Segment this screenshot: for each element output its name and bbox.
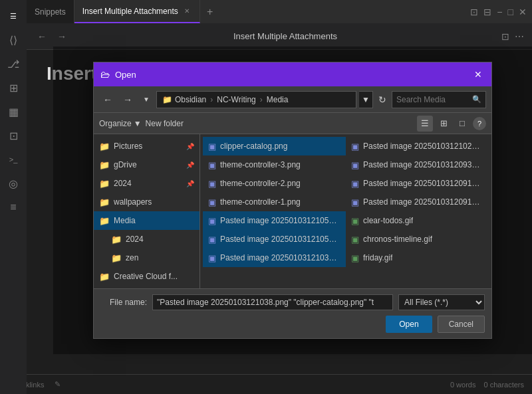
- tree-item-gdrive[interactable]: 📁 gDrive 📌: [94, 155, 200, 174]
- split-icon[interactable]: ⊟: [483, 7, 491, 17]
- organize-button[interactable]: Organize ▼: [99, 116, 142, 132]
- filename-input[interactable]: [152, 294, 393, 310]
- file-item[interactable]: ▣ friday.gif: [346, 248, 489, 267]
- calendar-icon[interactable]: ▦: [3, 101, 24, 122]
- back-forward-icon[interactable]: ⟨⟩: [3, 29, 24, 50]
- tab-close-icon[interactable]: ✕: [182, 7, 192, 16]
- grid-icon[interactable]: ⊞: [3, 77, 24, 98]
- refresh-button[interactable]: ↻: [376, 91, 389, 108]
- footer-buttons: Open Cancel: [100, 316, 485, 333]
- pages-icon[interactable]: ⊡: [3, 125, 24, 146]
- file-item[interactable]: ▣ Pasted image 20250103121059.png: [203, 211, 346, 230]
- header-layout-icon[interactable]: ⊡: [501, 31, 509, 42]
- path-dropdown[interactable]: ▼: [359, 91, 373, 108]
- dialog-title-icon: 🗁: [100, 69, 110, 80]
- view-icons: ☰ ⊞ □ ?: [417, 116, 486, 132]
- pin-icon-pictures: 📌: [186, 143, 194, 150]
- filetype-select[interactable]: All Files (*.*) Image Files PNG Files GI…: [398, 294, 485, 310]
- file-item[interactable]: ▣ clipper-catalog.png: [203, 137, 346, 155]
- dialog-forward-button[interactable]: →: [119, 91, 136, 108]
- tree-item-media[interactable]: 📁 Media: [94, 211, 200, 230]
- dialog-title-text: Open: [115, 70, 466, 80]
- dialog-nav-toolbar: ← → ▼ 📁 Obsidian › NC-Writing › Media ▼ …: [94, 86, 491, 113]
- pin-icon-2024: 📌: [186, 180, 194, 187]
- file-png-icon: ▣: [208, 253, 216, 263]
- path-folder-icon: 📁: [162, 95, 172, 104]
- file-item[interactable]: ▣ Pasted image 20250103121038.png: [203, 248, 346, 267]
- path-part-media: Media: [267, 95, 289, 104]
- dialog-body: 📁 Pictures 📌 📁 gDrive 📌 📁 2024 📌: [94, 134, 491, 288]
- tab-insert-multiple[interactable]: Insert Multiple Attachments ✕: [74, 0, 200, 23]
- maximize-icon[interactable]: □: [508, 7, 513, 17]
- open-button[interactable]: Open: [386, 316, 432, 333]
- file-item[interactable]: ▣ clear-todos.gif: [346, 211, 489, 230]
- file-png-icon: ▣: [351, 142, 359, 151]
- tree-item-2024-top[interactable]: 📁 2024 📌: [94, 174, 200, 193]
- dialog-overlay: 🗁 Open ✕ ← → ▼ 📁 Obsidian › NC-Writing ›…: [53, 47, 532, 354]
- file-png-icon: ▣: [208, 235, 216, 245]
- file-item[interactable]: ▣ Pasted image 20250103120918.png: [346, 174, 489, 193]
- path-bar: 📁 Obsidian › NC-Writing › Media: [156, 91, 356, 108]
- new-folder-button[interactable]: New folder: [146, 116, 184, 132]
- file-item[interactable]: ▣ Pasted image 20250103121052.png: [203, 230, 346, 248]
- file-item[interactable]: ▣ theme-controller-3.png: [203, 155, 346, 174]
- word-count: 0 words: [450, 381, 476, 389]
- file-gif-icon: ▣: [351, 216, 359, 226]
- tabbar-right-controls: ⊡ ⊟ − □ ✕: [470, 7, 532, 17]
- file-item[interactable]: ▣ theme-controller-2.png: [203, 174, 346, 193]
- tree-item-wallpapers[interactable]: 📁 wallpapers: [94, 193, 200, 211]
- dialog-back-button[interactable]: ←: [99, 91, 116, 108]
- terminal-icon[interactable]: >_: [3, 149, 24, 170]
- graph-icon[interactable]: ◎: [3, 173, 24, 194]
- git-icon[interactable]: ⎇: [3, 53, 24, 74]
- minimize-icon[interactable]: −: [497, 7, 502, 17]
- file-item[interactable]: ▣ chronos-timeline.gif: [346, 230, 489, 248]
- edit-icon: ✎: [55, 380, 61, 389]
- file-item[interactable]: ▣ Pasted image 20250103121022.png: [346, 137, 489, 155]
- pin-icon-gdrive: 📌: [186, 161, 194, 169]
- file-png-icon: ▣: [351, 160, 359, 170]
- close-window-icon[interactable]: ✕: [519, 7, 527, 17]
- tree-item-2024-sub[interactable]: 📁 2024: [94, 230, 200, 248]
- snippets-icon[interactable]: ☰: [3, 5, 24, 27]
- file-item[interactable]: ▣ Pasted image 20250103120939.png: [346, 155, 489, 174]
- filename-label: File name:: [100, 298, 147, 307]
- preview-view-button[interactable]: □: [454, 116, 470, 132]
- help-button[interactable]: ?: [473, 117, 486, 130]
- back-button[interactable]: ←: [35, 29, 49, 45]
- dialog-close-button[interactable]: ✕: [471, 68, 485, 81]
- file-item[interactable]: ▣ theme-controller-1.png: [203, 193, 346, 211]
- tree-item-pictures[interactable]: 📁 Pictures 📌: [94, 137, 200, 155]
- tab-snippets[interactable]: Snippets: [27, 0, 74, 23]
- statusbar: 0 backlinks ✎ 0 words 0 characters: [0, 374, 532, 394]
- search-bar: 🔍: [392, 91, 486, 108]
- file-png-icon: ▣: [208, 179, 216, 189]
- file-gif-icon: ▣: [351, 253, 359, 263]
- char-count: 0 characters: [483, 381, 524, 389]
- tabbar: Snippets Insert Multiple Attachments ✕ +…: [27, 0, 532, 23]
- dialog-titlebar: 🗁 Open ✕: [94, 62, 491, 86]
- dialog-up-button[interactable]: ▼: [139, 91, 154, 108]
- forward-button[interactable]: →: [55, 29, 69, 45]
- cancel-button[interactable]: Cancel: [438, 316, 485, 333]
- tab-snippets-label: Snippets: [35, 7, 66, 17]
- layout-toggle-icon[interactable]: ⊡: [470, 7, 478, 17]
- tab-add-button[interactable]: +: [200, 0, 220, 23]
- statusbar-right: 0 words 0 characters: [450, 381, 524, 389]
- file-png-icon: ▣: [351, 179, 359, 189]
- file-png-icon: ▣: [351, 197, 359, 207]
- file-list: ▣ clipper-catalog.png ▣ Pasted image 202…: [200, 134, 491, 288]
- path-part-obsidian: Obsidian: [175, 95, 206, 104]
- tree-item-zen[interactable]: 📁 zen: [94, 248, 200, 267]
- tree-item-creative-cloud[interactable]: 📁 Creative Cloud f...: [94, 267, 200, 286]
- list-icon[interactable]: ≡: [3, 197, 24, 218]
- list-view-button[interactable]: ☰: [417, 116, 433, 132]
- details-view-button[interactable]: ⊞: [436, 116, 452, 132]
- dialog-footer: File name: All Files (*.*) Image Files P…: [94, 288, 491, 338]
- file-png-icon: ▣: [208, 160, 216, 170]
- file-item[interactable]: ▣ Pasted image 20250103120910.png: [346, 193, 489, 211]
- header-bar: ← → Insert Multiple Attachments ⊡ ⋯: [27, 23, 532, 50]
- search-icon: 🔍: [472, 95, 481, 104]
- search-input[interactable]: [396, 95, 469, 104]
- header-more-icon[interactable]: ⋯: [515, 31, 524, 42]
